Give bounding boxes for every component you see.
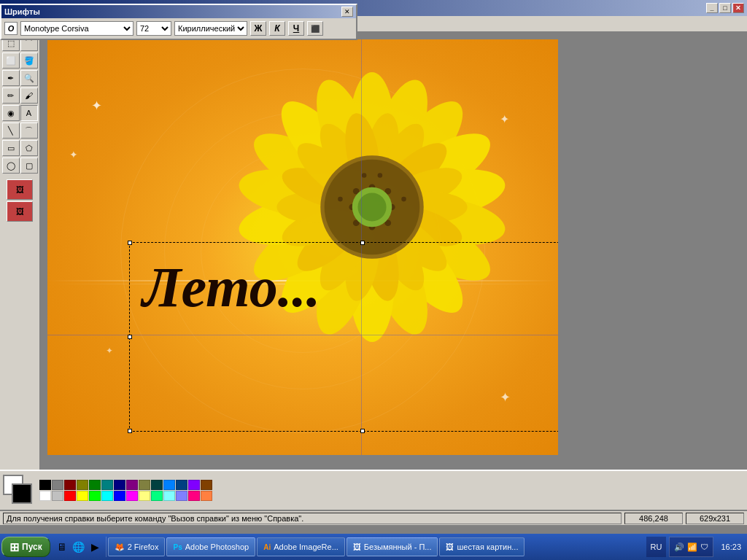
tool-rect[interactable]: ▭ — [2, 140, 20, 156]
color-red[interactable] — [64, 491, 76, 501]
paint-window: 🖼 Безымянный - Paint _ □ ✕ Файл Правка В… — [0, 0, 747, 525]
font-extra-button[interactable]: ⬛ — [307, 21, 323, 36]
color-black[interactable] — [39, 480, 51, 490]
color-brightblue[interactable] — [114, 491, 125, 501]
taskbar-item-picture[interactable]: 🖼 шестая картин... — [439, 537, 525, 556]
color-magenta[interactable] — [126, 491, 138, 501]
svg-point-51 — [357, 192, 386, 221]
color-purple[interactable] — [126, 480, 138, 490]
status-coords: 486,248 — [624, 513, 683, 524]
tool-ellipse[interactable]: ◯ — [2, 158, 20, 174]
color-cyan[interactable] — [101, 491, 113, 501]
color-green[interactable] — [89, 480, 101, 490]
color-violet[interactable] — [188, 480, 200, 490]
color-pink[interactable] — [188, 491, 200, 501]
svg-point-46 — [362, 173, 367, 178]
color-darkred[interactable] — [64, 480, 76, 490]
handle-tm[interactable] — [360, 241, 365, 245]
underline-button[interactable]: Ч — [288, 21, 304, 36]
tool-airbrush[interactable]: ◉ — [2, 105, 20, 121]
taskbar-item-picture-label: шестая картин... — [457, 542, 518, 551]
color-orange[interactable] — [201, 491, 212, 501]
handle-bl[interactable] — [128, 429, 132, 433]
color-darkblue[interactable] — [176, 480, 187, 490]
tool-pencil[interactable]: ✏ — [2, 88, 20, 104]
handle-ml[interactable] — [128, 335, 132, 339]
system-tray: 🔊 📶 🛡 — [669, 537, 713, 557]
taskbar-item-imagere-label: Adobe ImageRe... — [274, 542, 338, 551]
tray-network-icon[interactable]: 🔊 — [674, 542, 684, 552]
start-label: Пуск — [22, 542, 42, 552]
close-button[interactable]: ✕ — [732, 3, 744, 13]
ie-icon[interactable]: 🌐 — [71, 540, 86, 554]
color-yellow[interactable] — [77, 491, 88, 501]
language-button[interactable]: RU — [646, 537, 667, 557]
tool-btn-img2[interactable]: 🖼 — [7, 201, 33, 222]
tool-line[interactable]: ╲ — [2, 122, 20, 139]
tool-curve[interactable]: ⌒ — [20, 122, 38, 139]
font-name-select[interactable]: Monotype Corsiva — [20, 21, 133, 36]
color-navy[interactable] — [114, 480, 125, 490]
color-lightcyan[interactable] — [163, 491, 175, 501]
tool-row-4: ✏ 🖌 — [0, 88, 39, 104]
foreground-color-box[interactable] — [12, 483, 32, 504]
tool-eyedropper[interactable]: ✒ — [2, 70, 20, 86]
font-size-select[interactable]: 72 — [136, 21, 171, 36]
taskbar-item-photoshop[interactable]: Ps Adobe Photoshop — [166, 537, 255, 556]
sparkle-4: ✦ — [106, 346, 113, 356]
imagere-icon: Ai — [263, 543, 271, 551]
media-icon[interactable]: ▶ — [88, 540, 103, 554]
taskbar-item-photoshop-label: Adobe Photoshop — [185, 542, 249, 551]
color-mint[interactable] — [151, 491, 163, 501]
handle-bm[interactable] — [360, 429, 365, 433]
tool-zoom[interactable]: 🔍 — [20, 70, 38, 86]
tool-btn-img1[interactable]: 🖼 — [7, 179, 33, 200]
italic-button[interactable]: К — [269, 21, 285, 36]
color-blue[interactable] — [163, 480, 175, 490]
tray-security-icon[interactable]: 🛡 — [700, 542, 708, 551]
picture-icon: 🖼 — [446, 542, 454, 551]
handle-tl[interactable] — [128, 241, 132, 245]
taskbar-right: RU 🔊 📶 🛡 16:23 — [646, 537, 746, 557]
color-palette — [39, 480, 212, 501]
tool-text[interactable]: A — [20, 105, 38, 121]
clock-display[interactable]: 16:23 — [716, 537, 746, 557]
color-silver[interactable] — [52, 491, 63, 501]
color-brown[interactable] — [201, 480, 212, 490]
font-script-select[interactable]: Кириллический — [174, 21, 247, 36]
color-darkteal[interactable] — [151, 480, 163, 490]
tool-polygon[interactable]: ⬠ — [20, 140, 38, 156]
color-white[interactable] — [39, 491, 51, 501]
taskbar-item-firefox[interactable]: 🦊 2 Firefox — [108, 537, 166, 556]
color-lightyellow[interactable] — [139, 491, 150, 501]
bold-button[interactable]: Ж — [250, 21, 266, 36]
windows-logo-icon: ⊞ — [9, 540, 19, 554]
color-teal[interactable] — [101, 480, 113, 490]
color-lime[interactable] — [89, 491, 101, 501]
tray-volume-icon[interactable]: 📶 — [687, 542, 697, 552]
toolbar-bottom: 🖼 🖼 — [0, 179, 39, 222]
status-hint: Для получения справки выберите команду "… — [3, 513, 622, 524]
canvas[interactable]: ✦ ✦ ✦ ✦ ✦ — [47, 39, 558, 455]
color-gray[interactable] — [52, 480, 63, 490]
color-palette-area — [0, 470, 747, 510]
tool-rounded-rect[interactable]: ▢ — [20, 158, 38, 174]
fonts-dialog-close[interactable]: ✕ — [341, 7, 353, 17]
firefox-icon: 🦊 — [115, 542, 125, 552]
start-button[interactable]: ⊞ Пуск — [1, 537, 50, 557]
show-desktop-icon[interactable]: 🖥 — [55, 540, 69, 554]
taskbar-item-imagere[interactable]: Ai Adobe ImageRe... — [257, 537, 345, 556]
color-lightblue[interactable] — [176, 491, 187, 501]
canvas-area[interactable]: ✦ ✦ ✦ ✦ ✦ — [40, 32, 747, 470]
tool-brush[interactable]: 🖌 — [20, 88, 38, 104]
minimize-button[interactable]: _ — [706, 3, 718, 13]
tool-fill[interactable]: 🪣 — [20, 52, 38, 69]
taskbar-item-paint[interactable]: 🖼 Безымянный - П... — [347, 537, 438, 556]
color-olive[interactable] — [77, 480, 88, 490]
tool-eraser[interactable]: ⬜ — [2, 52, 20, 69]
maximize-button[interactable]: □ — [719, 3, 731, 13]
taskbar-item-firefox-label: 2 Firefox — [128, 542, 159, 551]
status-size: 629x231 — [686, 513, 744, 524]
color-darkyellow[interactable] — [139, 480, 150, 490]
taskbar-item-paint-label: Безымянный - П... — [364, 542, 432, 551]
